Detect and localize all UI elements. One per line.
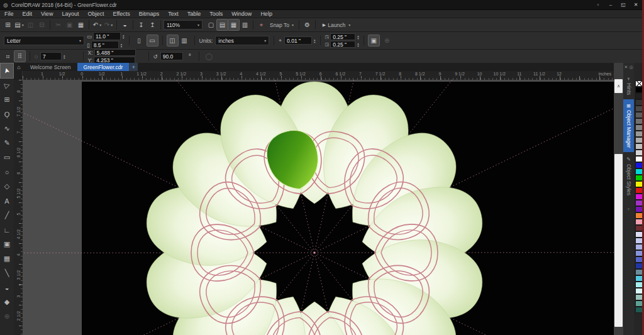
menu-table[interactable]: Table	[183, 11, 206, 17]
add-docker-button[interactable]: +	[627, 206, 630, 212]
portrait-button[interactable]: ▯	[134, 35, 145, 46]
new-document-button[interactable]: ⊞	[3, 19, 13, 30]
minimize-button[interactable]: –	[606, 1, 616, 9]
tab-welcome-screen[interactable]: Welcome Screen	[24, 63, 77, 71]
transparency-tool[interactable]: ▦	[1, 251, 13, 266]
menu-layout[interactable]: Layout	[57, 11, 83, 17]
snap-to-dropdown[interactable]: Snap To ▾	[267, 19, 296, 30]
chevron-down-icon: ▾	[197, 23, 199, 27]
paste-button[interactable]: ▦	[75, 19, 86, 30]
degree-button[interactable]: °	[186, 51, 194, 62]
dimension-tool[interactable]: ╱	[1, 208, 13, 222]
docker-pin-icon[interactable]: ◎	[629, 65, 633, 70]
open-button[interactable]: ▤▾	[14, 19, 25, 30]
export-button[interactable]: ↥	[147, 19, 158, 30]
cut-button[interactable]: ✂	[53, 19, 64, 30]
undo-button[interactable]: ↶▾	[92, 19, 103, 30]
print-button[interactable]: ⊟	[36, 19, 47, 30]
vertical-ruler[interactable]: 87 1/276 1/265 1/254 1/243 1/232 1/2	[14, 80, 23, 335]
zoom-tool[interactable]: Ǫ	[1, 107, 13, 121]
toolbar-separator	[30, 52, 30, 61]
home-icon[interactable]: ⌂	[14, 63, 24, 71]
duplicate-y-field[interactable]	[330, 41, 355, 48]
pick-tool[interactable]: ➤	[1, 63, 13, 78]
stepper-icon[interactable]: ▴▾	[64, 54, 65, 59]
docker-tab-hints[interactable]: ➢Hints	[623, 72, 634, 99]
page-size-select[interactable]: Letter ▾	[4, 36, 84, 45]
copy-button[interactable]: ▣	[64, 19, 75, 30]
show-guidelines-button[interactable]: ▥	[240, 19, 250, 30]
drop-shadow-tool[interactable]: ▣	[1, 237, 13, 251]
docker-tab-object-styles[interactable]: ✎Object Styles	[623, 152, 634, 200]
options-button[interactable]: ⚙	[302, 19, 313, 30]
page-width-field[interactable]	[93, 32, 121, 40]
menu-tools[interactable]: Tools	[205, 11, 227, 17]
vertical-scrollbar[interactable]: ∧	[614, 63, 623, 335]
ruler-origin-button[interactable]	[14, 71, 23, 80]
stepper-icon[interactable]: ▴▾	[314, 38, 316, 43]
page-numbering-button[interactable]: ▥	[179, 35, 190, 46]
nudge-field[interactable]	[284, 36, 312, 45]
menu-object[interactable]: Object	[83, 11, 108, 17]
menu-file[interactable]: File	[0, 11, 18, 17]
polygon-tool[interactable]: ◇	[1, 179, 13, 194]
menu-text[interactable]: Text	[164, 11, 183, 17]
stepper-icon[interactable]: ▴▾	[121, 43, 123, 48]
connector-tool[interactable]: ∟	[1, 222, 13, 237]
menu-bitmaps[interactable]: Bitmaps	[135, 11, 164, 17]
stepper-icon[interactable]: ▴▾	[357, 35, 359, 40]
menu-help[interactable]: Help	[256, 11, 277, 17]
units-select[interactable]: inches ▾	[215, 36, 269, 45]
count-field[interactable]	[40, 52, 62, 60]
drawing-canvas[interactable]	[23, 80, 614, 335]
scrollbar-thumb[interactable]	[614, 154, 623, 327]
menu-view[interactable]: View	[36, 11, 57, 17]
docker-tab-object-manager[interactable]: ⊞Object Manager	[623, 99, 634, 152]
launch-dropdown[interactable]: ▶ Launch ▾	[318, 19, 355, 30]
color-eyedropper-tool[interactable]: ╲	[1, 266, 13, 280]
scroll-up-button[interactable]: ∧	[614, 79, 623, 93]
dot-cluster-button[interactable]: ⠶	[3, 51, 13, 62]
smart-fill-tool[interactable]: ◆	[1, 295, 13, 309]
standard-toolbar: ⊞▤▾◫⊟✂▣▦↶▾↷▾◒↧↥ 110% ▾ ▢▤▦▥ ⌖ Snap To ▾ …	[0, 18, 644, 31]
titlebar-pin-icon[interactable]: ▫	[593, 1, 603, 9]
page-height-field[interactable]	[91, 41, 119, 49]
menu-window[interactable]: Window	[227, 11, 256, 17]
dot-circle-button[interactable]: ⠿	[14, 51, 25, 62]
restore-button[interactable]: ◱	[618, 1, 628, 9]
show-grid-button[interactable]: ▦	[228, 19, 239, 30]
landscape-button[interactable]: ▭	[147, 35, 158, 46]
search-content-button[interactable]: ◒	[119, 19, 130, 30]
new-tab-button[interactable]: +	[129, 63, 138, 71]
crop-tool[interactable]: ⊞	[1, 92, 13, 107]
zoom-level-select[interactable]: 110% ▾	[164, 20, 203, 30]
import-button[interactable]: ↧	[136, 19, 147, 30]
snap-off-button[interactable]: ⌖	[256, 19, 267, 30]
v-ruler-label: 3 1/2	[16, 271, 21, 280]
all-pages-layout-button[interactable]: ◫	[167, 35, 178, 46]
duplicate-x-field[interactable]	[330, 33, 355, 40]
menu-edit[interactable]: Edit	[18, 11, 37, 17]
fullscreen-preview-button[interactable]: ▢	[206, 19, 216, 30]
horizontal-ruler[interactable]: inches 11/201/211 1/222 1/233 1/244 1/25…	[23, 71, 614, 80]
stepper-icon[interactable]: ▴▾	[123, 34, 125, 39]
text-tool[interactable]: A	[1, 194, 13, 208]
rectangle-tool[interactable]: ▭	[1, 150, 13, 165]
treat-as-filled-button[interactable]: ▣	[369, 35, 379, 46]
x-position-field[interactable]	[94, 49, 136, 56]
rotation-angle-field[interactable]	[160, 52, 183, 60]
save-button[interactable]: ◫	[25, 19, 36, 30]
stepper-icon[interactable]: ▴▾	[357, 42, 359, 47]
interactive-fill-tool[interactable]: ◒	[1, 280, 13, 295]
rotate-icon: ↺	[153, 53, 158, 60]
show-page-border-button[interactable]: ▤	[217, 19, 228, 30]
freehand-tool[interactable]: ∿	[1, 121, 13, 136]
ellipse-tool[interactable]: ○	[1, 165, 13, 179]
close-button[interactable]: ✕	[631, 1, 641, 9]
menu-effects[interactable]: Effects	[108, 11, 134, 17]
docker-close-icon[interactable]: ✕	[625, 65, 628, 70]
tab-greenflower[interactable]: GreenFlower.cdr	[77, 63, 130, 71]
shape-tool[interactable]: ▷	[1, 78, 13, 92]
redo-button[interactable]: ↷▾	[103, 19, 114, 30]
artistic-media-tool[interactable]: ✎	[1, 136, 13, 150]
